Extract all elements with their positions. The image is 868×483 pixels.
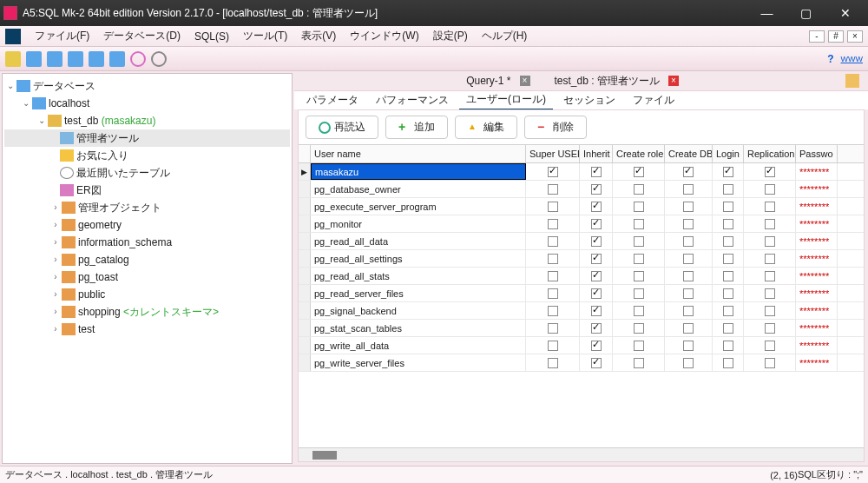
cell-super[interactable] [526,337,580,354]
checkbox[interactable] [723,341,733,351]
cell-password[interactable]: ******** [796,302,838,319]
checkbox[interactable] [634,236,644,247]
checkbox[interactable] [683,254,694,264]
checkbox[interactable] [548,219,558,229]
expand-icon[interactable]: › [49,236,62,248]
subtab-file[interactable]: ファイル [626,91,681,109]
checkbox[interactable] [765,184,775,195]
cell-password[interactable]: ******** [796,268,838,284]
checkbox[interactable] [723,167,733,177]
subtab-perf[interactable]: パフォーマンス [369,91,456,109]
mdi-close[interactable]: × [847,30,863,43]
tb-new-icon[interactable] [5,51,21,67]
tb-circle-icon[interactable] [130,51,146,67]
checkbox[interactable] [591,254,602,264]
cell-super[interactable] [526,320,580,336]
cell-createdb[interactable] [665,215,713,232]
cell-inherit[interactable] [580,302,613,319]
checkbox[interactable] [591,271,602,281]
checkbox[interactable] [591,219,602,229]
edit-button[interactable]: ▲編集 [455,116,517,139]
tree-mng[interactable]: 管理オブジェクト [78,200,161,215]
tab-query1[interactable]: Query-1 *× [456,73,543,89]
checkbox[interactable] [591,323,602,334]
cell-createrole[interactable] [613,268,665,284]
checkbox[interactable] [765,202,775,212]
checkbox[interactable] [634,341,644,351]
cell-password[interactable]: ******** [796,250,838,267]
cell-createdb[interactable] [665,302,713,319]
cell-login[interactable] [713,320,744,336]
table-row[interactable]: pg_database_owner******** [299,181,864,198]
cell-name[interactable]: pg_read_all_stats [311,268,526,284]
checkbox[interactable] [548,184,558,195]
checkbox[interactable] [765,341,775,351]
cell-login[interactable] [713,268,744,284]
delete-button[interactable]: −削除 [524,116,587,139]
table-row[interactable]: pg_monitor******** [299,215,864,233]
table-row[interactable]: ▶masakazu******** [299,163,864,181]
www-icon[interactable]: WWW [841,55,863,63]
table-row[interactable]: pg_read_all_data******** [299,233,864,250]
cell-createrole[interactable] [613,354,665,371]
tb-db2-icon[interactable] [68,51,83,67]
checkbox[interactable] [591,167,602,177]
cell-createrole[interactable] [613,233,665,249]
expand-icon[interactable]: ⌄ [20,97,32,109]
checkbox[interactable] [723,323,733,334]
cell-createdb[interactable] [665,268,713,284]
checkbox[interactable] [548,358,558,368]
cell-super[interactable] [526,285,580,301]
scroll-thumb[interactable] [312,451,337,460]
cell-login[interactable] [713,181,744,197]
checkbox[interactable] [723,202,733,212]
checkbox[interactable] [765,358,775,368]
cell-createdb[interactable] [665,181,713,197]
cell-password[interactable]: ******** [796,285,838,301]
subtab-user[interactable]: ユーザー(ロール) [459,90,553,110]
cell-login[interactable] [713,337,744,354]
menu-view[interactable]: 表示(V) [294,27,343,45]
cell-createrole[interactable] [613,163,665,180]
tb-gear-icon[interactable] [109,51,125,67]
cell-createdb[interactable] [665,163,713,180]
tb-db1-icon[interactable] [47,51,62,67]
cell-login[interactable] [713,285,744,301]
checkbox[interactable] [591,358,602,368]
tree-er[interactable]: ER図 [76,182,102,198]
col-login[interactable]: Login [713,145,744,162]
checkbox[interactable] [765,271,775,281]
tree-recent[interactable]: 最近開いたテーブル [76,165,170,181]
table-row[interactable]: pg_read_all_stats******** [299,268,864,285]
cell-super[interactable] [526,302,580,319]
menu-setting[interactable]: 設定(P) [426,27,475,45]
checkbox[interactable] [591,306,602,316]
cell-createdb[interactable] [665,337,713,354]
checkbox[interactable] [634,184,644,195]
cell-repl[interactable] [744,181,796,197]
checkbox[interactable] [591,341,602,351]
cell-password[interactable]: ******** [796,181,838,197]
cell-repl[interactable] [744,268,796,284]
cell-createdb[interactable] [665,354,713,371]
cell-repl[interactable] [744,215,796,232]
cell-repl[interactable] [744,354,796,371]
checkbox[interactable] [634,358,644,368]
cell-createrole[interactable] [613,320,665,336]
tree-toast[interactable]: pg_toast [78,269,118,285]
cell-login[interactable] [713,354,744,371]
checkbox[interactable] [765,219,775,229]
cell-login[interactable] [713,233,744,249]
expand-icon[interactable]: › [49,254,62,266]
checkbox[interactable] [723,288,733,299]
expand-icon[interactable]: › [49,271,62,283]
expand-icon[interactable]: ⌄ [4,80,16,92]
checkbox[interactable] [683,341,694,351]
table-row[interactable]: pg_stat_scan_tables******** [299,320,864,337]
reload-button[interactable]: 再読込 [306,116,378,139]
checkbox[interactable] [683,306,694,316]
checkbox[interactable] [548,323,558,334]
checkbox[interactable] [548,167,558,177]
checkbox[interactable] [548,288,558,299]
hscrollbar[interactable] [299,447,864,461]
